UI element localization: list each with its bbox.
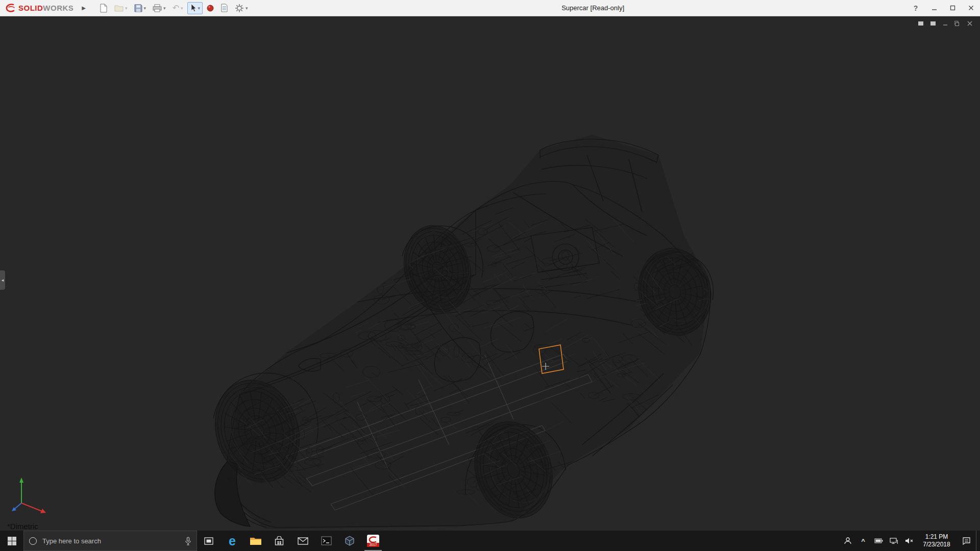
help-button[interactable]: ? (906, 0, 925, 16)
dropdown-arrow-icon[interactable]: ▾ (246, 6, 248, 11)
brand-solid: SOLID (18, 4, 43, 12)
undo-button[interactable]: ↶ ▾ (170, 2, 186, 14)
maximize-button[interactable] (943, 0, 962, 16)
taskbar-item-file-explorer[interactable] (244, 531, 267, 551)
network-icon (890, 538, 898, 544)
new-document-button[interactable] (97, 2, 110, 14)
taskbar-item-store[interactable] (267, 531, 291, 551)
cube-app-icon (345, 536, 355, 546)
rebuild-icon (207, 4, 214, 12)
window-title: Supercar [Read-only] (561, 4, 624, 12)
graphics-viewport[interactable]: ◂ *Dimetric (0, 16, 980, 531)
volume-button[interactable] (901, 531, 917, 551)
store-bag-icon (274, 536, 284, 546)
document-pane-icon[interactable] (918, 20, 924, 27)
solidworks-swirl-icon (5, 3, 16, 13)
task-view-button[interactable] (197, 531, 220, 551)
dropdown-arrow-icon[interactable]: ▾ (181, 6, 183, 11)
dropdown-arrow-icon[interactable]: ▾ (125, 6, 128, 11)
people-icon (844, 537, 852, 545)
solidworks-2017-icon: 2017 (366, 534, 380, 547)
options-button[interactable]: ▾ (232, 2, 251, 14)
speaker-muted-icon (905, 537, 914, 544)
menu-expand-arrow[interactable]: ▶ (78, 5, 90, 11)
maximize-icon (950, 5, 955, 11)
taskbar-clock[interactable]: 1:21 PM 7/23/2018 (917, 531, 957, 551)
print-button[interactable]: ▾ (150, 2, 168, 14)
svg-text:2017: 2017 (370, 543, 377, 546)
show-desktop-button[interactable] (976, 531, 980, 551)
taskbar-item-app-cube[interactable] (338, 531, 361, 551)
document-close-icon[interactable] (967, 20, 973, 27)
undo-arrow-icon: ↶ (173, 4, 179, 12)
close-button[interactable] (962, 0, 980, 16)
task-view-icon (204, 537, 213, 545)
document-restore-icon[interactable] (954, 20, 961, 27)
edge-icon: e (229, 535, 236, 547)
clock-time: 1:21 PM (925, 533, 948, 541)
cortana-circle-icon (29, 537, 37, 545)
windows-logo-icon (8, 537, 16, 545)
file-properties-button[interactable] (218, 2, 231, 14)
save-floppy-icon (134, 4, 142, 12)
select-tool-button[interactable]: ▾ (187, 2, 203, 14)
network-button[interactable] (886, 531, 901, 551)
view-orientation-label: *Dimetric (7, 522, 38, 531)
mail-envelope-icon (298, 537, 308, 545)
quick-access-toolbar: ▾ ▾ ▾ ↶ ▾ ▾ (97, 2, 251, 14)
file-explorer-icon (250, 536, 262, 546)
chevron-left-icon: ◂ (2, 278, 4, 283)
battery-icon (874, 538, 883, 543)
document-pane-icon[interactable] (930, 20, 936, 27)
taskbar-item-edge[interactable]: e (220, 531, 244, 551)
brand-works: WORKS (43, 4, 74, 12)
microphone-icon[interactable] (185, 537, 191, 545)
dropdown-arrow-icon[interactable]: ▾ (144, 6, 146, 11)
start-button[interactable] (0, 531, 23, 551)
action-center-button[interactable] (957, 531, 976, 551)
action-center-icon (962, 537, 971, 545)
document-window-controls (918, 20, 973, 27)
command-prompt-icon (321, 536, 332, 545)
options-gear-icon (235, 4, 244, 13)
minimize-button[interactable] (925, 0, 943, 16)
system-tray: ^ 1:21 PM 7/23/2018 (840, 531, 980, 551)
close-icon (968, 5, 974, 11)
titlebar: SOLIDWORKS ▶ ▾ ▾ (0, 0, 980, 16)
tray-overflow-button[interactable]: ^ (855, 531, 871, 551)
dropdown-arrow-icon[interactable]: ▾ (198, 6, 201, 11)
taskbar-search[interactable] (23, 531, 197, 551)
minimize-icon (932, 5, 937, 11)
taskbar-item-command-prompt[interactable] (314, 531, 338, 551)
chevron-up-icon: ^ (861, 537, 865, 545)
open-document-button[interactable]: ▾ (112, 2, 130, 14)
people-button[interactable] (840, 531, 855, 551)
solidworks-logo: SOLIDWORKS (0, 3, 78, 13)
battery-button[interactable] (871, 531, 886, 551)
wireframe-car-model (0, 16, 980, 531)
document-minimize-icon[interactable] (942, 20, 948, 27)
save-button[interactable]: ▾ (132, 2, 149, 14)
brand-text: SOLIDWORKS (18, 4, 74, 12)
windows-taskbar: e (0, 531, 980, 551)
search-input[interactable] (41, 537, 180, 545)
rebuild-button[interactable] (204, 2, 216, 14)
taskbar-item-solidworks-2017[interactable]: 2017 (361, 531, 385, 551)
window-controls: ? (906, 0, 980, 16)
printer-icon (153, 4, 162, 12)
clock-date: 7/23/2018 (923, 541, 950, 548)
orientation-triad (4, 471, 53, 518)
select-cursor-icon (190, 4, 197, 12)
open-folder-icon (114, 5, 124, 12)
dropdown-arrow-icon[interactable]: ▾ (163, 6, 166, 11)
new-document-icon (100, 4, 108, 13)
file-properties-icon (220, 4, 228, 12)
task-pane-collapsed-tab[interactable]: ◂ (0, 270, 5, 290)
taskbar-item-mail[interactable] (291, 531, 314, 551)
